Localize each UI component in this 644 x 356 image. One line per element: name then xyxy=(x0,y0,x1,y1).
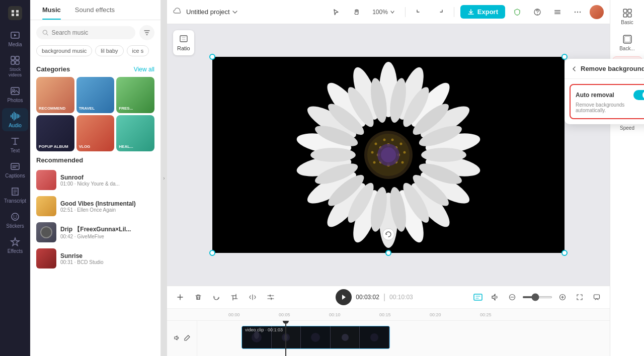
menu-button[interactable] xyxy=(549,4,566,20)
svg-point-10 xyxy=(14,215,15,216)
divider2 xyxy=(454,7,454,17)
split-button[interactable] xyxy=(173,290,187,304)
redo-button[interactable] xyxy=(432,4,448,20)
plus-btn[interactable] xyxy=(555,290,570,304)
rotation-handle[interactable] xyxy=(382,228,394,240)
fullscreen-btn[interactable] xyxy=(573,290,587,304)
track-volume-btn[interactable] xyxy=(174,334,181,343)
timeline-right-tools xyxy=(471,290,604,304)
mirror-button[interactable] xyxy=(246,290,260,304)
track-good-vibes[interactable]: Good Vibes (Instrumental) 02:51 · Ellen … xyxy=(30,193,160,219)
main-area: Untitled project 100% Export xyxy=(167,0,610,356)
svg-point-80 xyxy=(271,298,272,299)
sidebar-item-stock[interactable]: Stock videos xyxy=(2,52,28,81)
category-travel[interactable]: TRAVEL xyxy=(76,77,115,113)
export-icon xyxy=(467,9,474,16)
zoom-control[interactable]: 100% xyxy=(368,7,399,18)
track-left-controls xyxy=(167,321,197,356)
svg-rect-93 xyxy=(628,9,631,13)
more-button[interactable] xyxy=(570,4,586,20)
tags-row: background music lil baby ice s xyxy=(30,45,160,61)
crop-button[interactable] xyxy=(227,290,242,304)
track-edit-btn[interactable] xyxy=(184,334,191,343)
track-drip[interactable]: Drip 【FreexGunna×Lil... 00:42 · GiveMeFi… xyxy=(30,219,160,245)
loop-button[interactable] xyxy=(209,290,223,304)
hand-tool-button[interactable] xyxy=(348,4,364,20)
category-heal[interactable]: HEAL... xyxy=(116,115,154,151)
search-input[interactable] xyxy=(52,29,130,36)
clip-icon-btn[interactable] xyxy=(471,290,485,304)
audio-icon-btn[interactable] xyxy=(488,290,502,304)
svg-point-72 xyxy=(383,139,386,141)
canvas-handle-bl[interactable] xyxy=(209,250,215,256)
playhead[interactable] xyxy=(285,321,286,356)
svg-rect-81 xyxy=(474,294,482,300)
svg-point-77 xyxy=(381,147,396,162)
avatar[interactable] xyxy=(590,5,604,19)
category-popup[interactable]: POPUP ALBUM xyxy=(36,115,74,151)
sidebar-item-text[interactable]: Text xyxy=(2,133,28,156)
help-button[interactable] xyxy=(529,4,545,20)
comment-btn[interactable] xyxy=(590,290,604,304)
shield-icon-btn[interactable] xyxy=(509,4,525,20)
svg-point-44 xyxy=(421,148,466,162)
zoom-slider[interactable] xyxy=(522,296,552,298)
chevron-down-icon xyxy=(232,9,238,15)
filter-icon xyxy=(143,29,150,36)
svg-point-79 xyxy=(270,295,271,296)
export-button[interactable]: Export xyxy=(460,5,505,19)
sidebar-item-photos[interactable]: Photos xyxy=(2,83,28,106)
svg-rect-95 xyxy=(628,14,631,17)
play-button[interactable] xyxy=(336,289,352,305)
auto-removal-toggle[interactable] xyxy=(633,90,644,100)
ratio-button[interactable]: Ratio xyxy=(173,30,194,55)
panel-collapse-handle[interactable]: › xyxy=(161,0,167,356)
auto-removal-card: Auto removal Remove backgrounds automati… xyxy=(570,84,644,119)
canvas-handle-tr[interactable] xyxy=(561,54,568,60)
category-recommend[interactable]: RECOMMEND xyxy=(36,77,74,113)
track-content: video clip · 00:1:03 xyxy=(197,321,610,356)
svg-point-69 xyxy=(400,143,403,145)
app-logo xyxy=(7,5,23,21)
canvas-handle-br[interactable] xyxy=(561,250,568,256)
tag-background-music[interactable]: background music xyxy=(36,45,92,56)
video-clip[interactable]: video clip · 00:1:03 xyxy=(242,326,390,349)
svg-point-68 xyxy=(391,139,394,141)
category-fresh[interactable]: FRES... xyxy=(116,77,154,113)
sidebar-item-effects[interactable]: Effects xyxy=(2,234,28,257)
svg-point-17 xyxy=(575,11,576,12)
svg-rect-2 xyxy=(11,56,15,60)
project-name[interactable]: Untitled project xyxy=(186,8,238,16)
sidebar-item-stickers[interactable]: Stickers xyxy=(2,209,28,232)
tag-lil-baby[interactable]: lil baby xyxy=(95,45,123,56)
svg-point-12 xyxy=(43,30,47,34)
sidebar-item-captions[interactable]: Captions xyxy=(2,158,28,182)
track-sunroof[interactable]: Sunroof 01:00 · Nicky Youre & da... xyxy=(30,167,160,193)
filter-button[interactable] xyxy=(139,25,154,40)
canvas-handle-bc[interactable] xyxy=(385,250,391,256)
sidebar-item-transcript[interactable]: Transcript xyxy=(2,184,28,207)
categories-title: Categories xyxy=(36,65,70,73)
canvas-handle-tl[interactable] xyxy=(209,54,215,60)
category-vlog[interactable]: VLOG xyxy=(76,115,115,151)
search-box xyxy=(36,26,135,39)
sidebar-item-media[interactable]: Media xyxy=(2,27,28,50)
adjust-button[interactable] xyxy=(264,290,278,304)
svg-rect-84 xyxy=(594,295,600,299)
right-panel-basic[interactable]: Basic xyxy=(612,4,642,29)
sidebar-item-audio[interactable]: Audio xyxy=(2,108,28,131)
tag-ice-s[interactable]: ice s xyxy=(127,45,149,56)
tab-sound-effects[interactable]: Sound effects xyxy=(68,0,122,20)
view-all-link[interactable]: View all xyxy=(134,66,154,73)
ruler-marks: 00:00 00:05 00:10 00:15 00:20 00:25 xyxy=(227,312,529,317)
cursor-tool-button[interactable] xyxy=(328,4,344,20)
tab-music[interactable]: Music xyxy=(35,0,68,20)
svg-rect-3 xyxy=(16,56,19,60)
delete-button[interactable] xyxy=(191,290,205,304)
undo-button[interactable] xyxy=(412,4,428,20)
minus-btn[interactable] xyxy=(505,290,519,304)
svg-rect-14 xyxy=(554,10,560,11)
video-clip-label: video clip · 00:1:03 xyxy=(245,327,283,332)
track-sunrise[interactable]: Sunrise 00:31 · BCD Studio xyxy=(30,245,160,272)
right-panel-back[interactable]: Back... xyxy=(612,30,642,55)
